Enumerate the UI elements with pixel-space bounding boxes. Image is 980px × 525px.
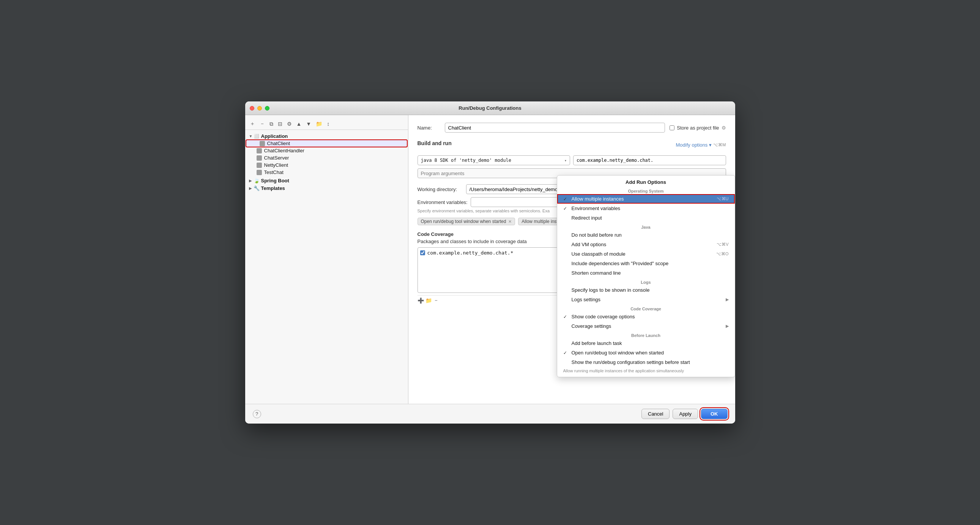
build-run-header: Build and run Modify options ▾ ⌥⌘M bbox=[417, 139, 726, 151]
sidebar-item-nettyclient[interactable]: NettyClient bbox=[246, 161, 407, 169]
ok-button[interactable]: OK bbox=[701, 409, 728, 419]
dropdown-label-redirect: Redirect input bbox=[572, 215, 602, 221]
dropdown-item-logs-console[interactable]: Specify logs to be shown in console bbox=[557, 285, 735, 295]
help-button[interactable]: ? bbox=[253, 410, 261, 418]
right-panel: Name: Store as project file ⚙ Build and … bbox=[408, 115, 735, 404]
dropdown-item-no-build[interactable]: Do not build before run bbox=[557, 230, 735, 240]
submenu-arrow-coverage: ▶ bbox=[726, 324, 729, 329]
sdk-dropdown-arrow: ▾ bbox=[565, 158, 567, 163]
working-dir-label: Working directory: bbox=[417, 187, 463, 192]
env-vars-label: Environment variables: bbox=[417, 199, 468, 205]
main-class-input[interactable] bbox=[573, 155, 726, 165]
dropdown-title: Add Run Options bbox=[557, 177, 735, 187]
check-icon-open-tool: ✓ bbox=[563, 350, 569, 356]
tree-item-templates[interactable]: ▶ 🔧 Templates bbox=[246, 184, 407, 192]
dropdown-item-vm-options[interactable]: Add VM options ⌥⌘V bbox=[557, 240, 735, 249]
dropdown-item-logs-settings[interactable]: Logs settings ▶ bbox=[557, 295, 735, 304]
modify-options-shortcut: ⌥⌘M bbox=[713, 142, 726, 147]
store-as-project-label: Store as project file bbox=[677, 125, 719, 131]
tree-section-application: ▼ ⬜ Application ChatClient ChatClientHan… bbox=[245, 131, 408, 177]
dropdown-label-env-vars: Environment variables bbox=[572, 206, 620, 211]
chatclient-label: ChatClient bbox=[267, 140, 290, 146]
store-as-project-row: Store as project file ⚙ bbox=[670, 125, 726, 131]
dropdown-section-coverage: Code Coverage bbox=[557, 304, 735, 312]
chatclienthandler-icon bbox=[256, 148, 262, 153]
maximize-button[interactable] bbox=[265, 106, 269, 110]
settings-button[interactable]: ⚙ bbox=[285, 120, 293, 128]
dropdown-item-allow-multiple[interactable]: ✓ Allow multiple instances ⌥⌘U bbox=[557, 194, 735, 204]
dropdown-label-show-coverage: Show code coverage options bbox=[572, 314, 635, 319]
testchat-icon bbox=[256, 170, 262, 175]
coverage-remove-button[interactable]: － bbox=[433, 297, 439, 304]
shortcut-allow-multiple: ⌥⌘U bbox=[717, 196, 729, 201]
minimize-button[interactable] bbox=[257, 106, 262, 110]
apply-button[interactable]: Apply bbox=[673, 409, 698, 419]
coverage-checkbox-1[interactable] bbox=[420, 251, 425, 255]
chatclient-icon bbox=[259, 141, 265, 146]
modify-options-label: Modify options bbox=[676, 142, 708, 148]
store-as-project-checkbox[interactable] bbox=[670, 125, 675, 130]
springboot-label: Spring Boot bbox=[261, 178, 289, 184]
move-up-button[interactable]: ▲ bbox=[295, 120, 303, 128]
templates-label: Templates bbox=[261, 185, 285, 191]
dropdown-section-logs: Logs bbox=[557, 278, 735, 285]
dropdown-item-env-vars[interactable]: ✓ Environment variables bbox=[557, 204, 735, 213]
folder-button[interactable]: 📁 bbox=[314, 120, 324, 128]
sdk-select[interactable]: java 8 SDK of 'netty_demo' module ▾ bbox=[417, 155, 571, 165]
modify-options-button[interactable]: Modify options ▾ ⌥⌘M bbox=[676, 142, 726, 148]
springboot-icon: 🍃 bbox=[253, 177, 259, 184]
dropdown-label-provided: Include dependencies with "Provided" sco… bbox=[572, 261, 669, 266]
build-run-label: Build and run bbox=[417, 140, 452, 146]
templates-arrow: ▶ bbox=[249, 186, 253, 190]
dropdown-item-show-settings[interactable]: Show the run/debug configuration setting… bbox=[557, 357, 735, 367]
name-row: Name: Store as project file ⚙ bbox=[417, 123, 726, 132]
move-down-button[interactable]: ▼ bbox=[304, 120, 313, 128]
tag-label-1: Open run/debug tool window when started bbox=[421, 219, 506, 224]
coverage-add-folder-button[interactable]: 📁 bbox=[425, 297, 432, 304]
dropdown-item-provided-scope[interactable]: Include dependencies with "Provided" sco… bbox=[557, 259, 735, 268]
submenu-arrow-logs: ▶ bbox=[726, 297, 729, 302]
sidebar-item-chatclienthandler[interactable]: ChatClientHandler bbox=[246, 147, 407, 154]
sidebar-toolbar: ＋ － ⧉ ⊟ ⚙ ▲ ▼ 📁 ↕ bbox=[245, 118, 408, 130]
sdk-value: java 8 SDK of 'netty_demo' module bbox=[421, 158, 511, 163]
dropdown-label-before-task: Add before launch task bbox=[572, 340, 622, 346]
check-icon-env-vars: ✓ bbox=[563, 206, 569, 211]
traffic-lights bbox=[250, 106, 269, 110]
sidebar-item-chatclient[interactable]: ChatClient bbox=[246, 140, 407, 147]
tree-item-springboot[interactable]: ▶ 🍃 Spring Boot bbox=[246, 177, 407, 184]
dropdown-item-open-tool-window[interactable]: ✓ Open run/debug tool window when starte… bbox=[557, 348, 735, 357]
dropdown-footer: Allow running multiple instances of the … bbox=[557, 367, 735, 375]
application-icon: ⬜ bbox=[253, 133, 259, 139]
close-button[interactable] bbox=[250, 106, 254, 110]
chevron-down-icon: ▾ bbox=[709, 142, 712, 148]
main-content: ＋ － ⧉ ⊟ ⚙ ▲ ▼ 📁 ↕ ▼ ⬜ Application bbox=[245, 115, 735, 404]
window-title: Run/Debug Configurations bbox=[458, 105, 521, 111]
sidebar-item-chatserver[interactable]: ChatServer bbox=[246, 154, 407, 161]
templates-icon: 🔧 bbox=[253, 185, 259, 191]
testchat-label: TestChat bbox=[264, 169, 283, 175]
copy-config-button[interactable]: ⧉ bbox=[268, 120, 275, 128]
cancel-button[interactable]: Cancel bbox=[641, 409, 670, 419]
dropdown-label-logs: Specify logs to be shown in console bbox=[572, 287, 650, 293]
name-input[interactable] bbox=[445, 123, 665, 132]
add-config-button[interactable]: ＋ bbox=[248, 120, 256, 128]
dropdown-label-no-build: Do not build before run bbox=[572, 232, 622, 238]
dropdown-item-show-coverage[interactable]: ✓ Show code coverage options bbox=[557, 312, 735, 321]
dropdown-label-logs-settings: Logs settings bbox=[572, 297, 601, 302]
remove-config-button[interactable]: － bbox=[258, 120, 266, 128]
check-icon-show-coverage: ✓ bbox=[563, 314, 569, 319]
tag-close-1[interactable]: ✕ bbox=[508, 219, 512, 224]
dropdown-item-coverage-settings[interactable]: Coverage settings ▶ bbox=[557, 321, 735, 331]
coverage-add-button[interactable]: ➕ bbox=[417, 297, 424, 304]
sidebar-item-testchat[interactable]: TestChat bbox=[246, 169, 407, 176]
tree-item-application[interactable]: ▼ ⬜ Application bbox=[246, 132, 407, 140]
dropdown-item-shorten-cmd[interactable]: Shorten command line bbox=[557, 268, 735, 278]
dropdown-label-vm: Add VM options bbox=[572, 242, 606, 247]
name-label: Name: bbox=[417, 125, 440, 131]
dropdown-item-before-launch-task[interactable]: Add before launch task bbox=[557, 338, 735, 348]
save-config-button[interactable]: ⊟ bbox=[276, 120, 284, 128]
dropdown-item-redirect[interactable]: Redirect input bbox=[557, 213, 735, 223]
gear-icon[interactable]: ⚙ bbox=[722, 125, 726, 131]
dropdown-item-classpath[interactable]: Use classpath of module ⌥⌘O bbox=[557, 249, 735, 259]
sort-button[interactable]: ↕ bbox=[325, 120, 331, 128]
